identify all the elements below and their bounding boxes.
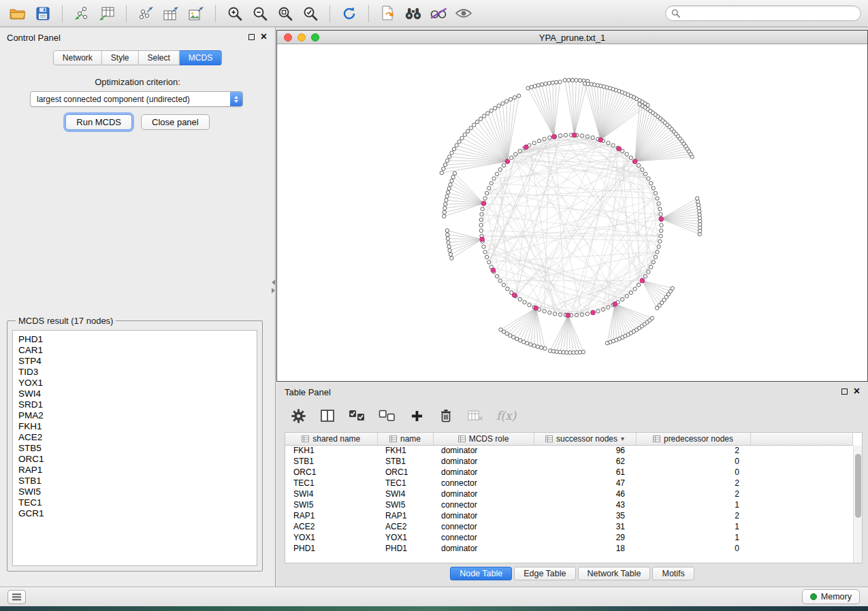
refresh-icon [341, 5, 357, 22]
result-node[interactable]: STB5 [18, 443, 251, 454]
save-session-button[interactable] [32, 3, 54, 24]
export-image-button[interactable] [185, 3, 207, 24]
tab-node-table[interactable]: Node Table [450, 567, 512, 580]
optimization-criterion-label: Optimization criterion: [0, 77, 275, 87]
result-node[interactable]: PMA2 [18, 410, 251, 421]
delete-columns-button[interactable] [438, 407, 454, 425]
add-column-button[interactable] [408, 407, 425, 425]
result-node[interactable]: FKH1 [18, 421, 251, 432]
export-table-button[interactable] [160, 3, 182, 24]
sort-icon [389, 435, 397, 442]
table-row[interactable]: SWI4SWI4dominator462 [285, 489, 853, 499]
hide-selected-button[interactable] [428, 3, 449, 24]
result-node[interactable]: PHD1 [18, 334, 251, 345]
column-header-name[interactable]: name [377, 433, 433, 445]
sort-icon [458, 435, 466, 442]
table-row[interactable]: SWI5SWI5connector431 [285, 499, 853, 510]
select-all-button[interactable] [349, 407, 366, 425]
column-header-MCDS-role[interactable]: MCDS role [433, 433, 534, 445]
tab-network-table[interactable]: Network Table [578, 567, 651, 580]
result-node[interactable]: CAR1 [18, 345, 251, 356]
control-panel-title: Control Panel [7, 33, 61, 43]
first-neighbors-button[interactable] [402, 3, 424, 24]
toolbar-separator [215, 5, 216, 22]
result-node[interactable]: SRD1 [18, 399, 251, 410]
column-header-predecessor-nodes[interactable]: predecessor nodes [636, 433, 750, 445]
zoom-selected-button[interactable] [300, 3, 321, 24]
deselect-all-button[interactable] [379, 407, 396, 425]
mcds-result-list[interactable]: PHD1CAR1STP4TID3YOX1SWI4SRD1PMA2FKH1ACE2… [12, 330, 257, 566]
show-all-button[interactable] [453, 3, 475, 24]
table-row[interactable]: ACE2ACE2connector311 [285, 521, 853, 532]
float-panel-icon[interactable] [841, 389, 848, 395]
show-columns-button[interactable] [319, 407, 336, 425]
table-panel-header: Table Panel × [276, 386, 868, 399]
network-view-window: YPA_prune.txt_1 [276, 30, 868, 382]
right-pane: YPA_prune.txt_1 Table Panel × [276, 27, 868, 587]
zoom-fit-button[interactable] [274, 3, 296, 24]
zoom-in-button[interactable] [224, 3, 246, 24]
scrollbar-thumb[interactable] [855, 454, 861, 518]
table-row[interactable]: PHD1PHD1dominator180 [285, 543, 853, 554]
table-tabs: Node TableEdge TableNetwork TableMotifs [276, 567, 868, 580]
close-panel-icon[interactable]: × [854, 388, 860, 395]
network-canvas[interactable] [277, 45, 867, 381]
table-scrollbar[interactable] [853, 446, 862, 563]
zoom-in-icon [227, 5, 243, 22]
toolbar-separator [62, 5, 63, 22]
import-network-button[interactable] [71, 3, 93, 24]
result-node[interactable]: YOX1 [18, 378, 251, 389]
tab-select[interactable]: Select [139, 50, 180, 65]
column-header-shared-name[interactable]: shared name [285, 433, 377, 445]
table-row[interactable]: TEC1TEC1connector472 [285, 478, 853, 489]
table-settings-button[interactable] [290, 407, 306, 425]
import-table-button[interactable] [96, 3, 118, 24]
tab-motifs[interactable]: Motifs [652, 567, 694, 580]
close-panel-button[interactable]: Close panel [141, 114, 210, 130]
node-table-header-row: shared namenameMCDS rolesuccessor nodes▾… [285, 433, 853, 445]
zoom-out-button[interactable] [249, 3, 271, 24]
result-node[interactable]: STB1 [18, 476, 251, 486]
table-row[interactable]: ORC1ORC1dominator610 [285, 467, 853, 478]
splitter-handle[interactable] [271, 278, 276, 295]
table-row[interactable]: FKH1FKH1dominator962 [285, 445, 853, 456]
mcds-result-group: MCDS result (17 nodes) PHD1CAR1STP4TID3Y… [7, 316, 263, 572]
float-panel-icon[interactable] [248, 34, 255, 40]
run-mcds-button[interactable]: Run MCDS [65, 114, 132, 130]
table-row[interactable]: YOX1YOX1connector291 [285, 532, 853, 543]
search-field[interactable] [665, 5, 861, 21]
result-node[interactable]: STP4 [18, 356, 251, 367]
result-node[interactable]: SWI4 [18, 389, 251, 399]
memory-status-icon [810, 593, 817, 600]
result-node[interactable]: TID3 [18, 367, 251, 378]
memory-button[interactable]: Memory [802, 589, 860, 604]
result-node[interactable]: SWI5 [18, 486, 251, 497]
table-row[interactable]: STB1STB1dominator620 [285, 456, 853, 467]
close-panel-icon[interactable]: × [261, 33, 267, 40]
result-node[interactable]: RAP1 [18, 465, 251, 476]
result-node[interactable]: GCR1 [18, 508, 251, 519]
tab-network[interactable]: Network [53, 50, 102, 65]
result-node[interactable]: ACE2 [18, 432, 251, 443]
result-node[interactable]: ORC1 [18, 454, 251, 465]
network-titlebar[interactable]: YPA_prune.txt_1 [277, 31, 867, 44]
search-input[interactable] [684, 8, 855, 19]
copy-document-button[interactable] [377, 3, 399, 24]
network-title: YPA_prune.txt_1 [277, 33, 867, 43]
export-network-button[interactable] [135, 3, 157, 24]
tab-edge-table[interactable]: Edge Table [514, 567, 575, 580]
status-menu-button[interactable] [7, 590, 26, 604]
tab-mcds[interactable]: MCDS [180, 50, 222, 65]
open-session-button[interactable] [7, 3, 29, 24]
result-node[interactable]: TEC1 [18, 497, 251, 508]
node-table: shared namenameMCDS rolesuccessor nodes▾… [285, 433, 853, 554]
column-header-successor-nodes[interactable]: successor nodes▾ [534, 433, 636, 445]
criterion-dropdown[interactable]: largest connected component (undirected) [30, 91, 243, 107]
tab-style[interactable]: Style [102, 50, 139, 65]
import-table-icon [99, 6, 115, 21]
toolbar-separator [368, 5, 369, 22]
table-row[interactable]: RAP1RAP1dominator352 [285, 510, 853, 521]
application-window: Control Panel × NetworkStyleSelectMCDS O… [0, 0, 868, 611]
refresh-button[interactable] [338, 3, 360, 24]
toolbar-separator [329, 5, 330, 22]
